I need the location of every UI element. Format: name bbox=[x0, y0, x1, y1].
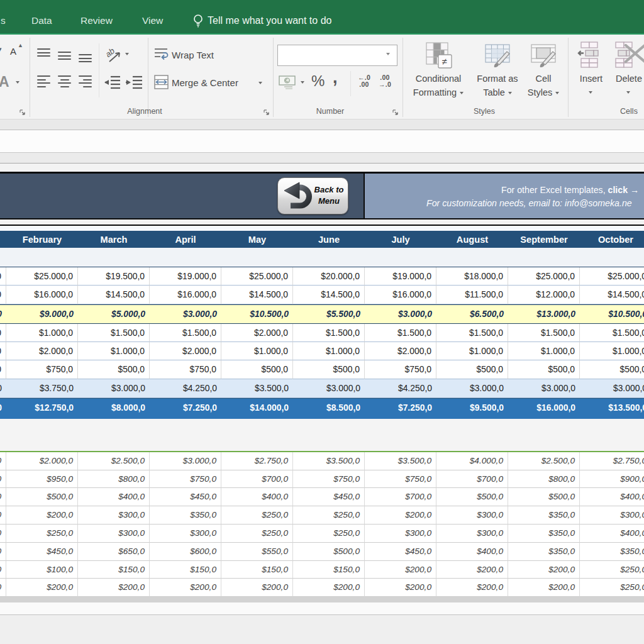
value-cell[interactable]: $350,0 bbox=[580, 543, 644, 561]
delete-button[interactable]: Delete bbox=[610, 74, 644, 84]
value-cell[interactable]: $250,0 bbox=[293, 525, 365, 543]
value-cell[interactable]: $13.500,0 bbox=[580, 399, 644, 417]
value-cell[interactable]: $1.500,0 bbox=[78, 324, 150, 342]
value-cell[interactable]: $200,0 bbox=[365, 506, 436, 525]
conditional-formatting-button-line2[interactable]: Formatting bbox=[407, 87, 470, 97]
alignment-dialog-launcher-icon[interactable] bbox=[264, 109, 270, 116]
format-as-table-button[interactable]: Format as bbox=[469, 74, 526, 84]
value-cell[interactable]: $700,0 bbox=[365, 488, 436, 506]
value-cell[interactable]: 0 bbox=[0, 286, 6, 304]
value-cell[interactable]: 0 bbox=[0, 342, 6, 360]
value-cell[interactable]: $2.000,0 bbox=[365, 342, 436, 360]
value-cell[interactable]: $6.500,0 bbox=[436, 305, 508, 323]
value-cell[interactable]: $2.000,0 bbox=[150, 342, 221, 360]
value-cell[interactable]: $4.000,0 bbox=[436, 452, 508, 470]
value-cell[interactable]: $4.250,0 bbox=[150, 379, 221, 397]
number-format-caret-icon[interactable] bbox=[386, 53, 390, 55]
value-cell[interactable]: $650,0 bbox=[78, 543, 150, 561]
value-cell[interactable]: $500,0 bbox=[221, 360, 293, 379]
value-cell[interactable]: $250,0 bbox=[6, 525, 78, 543]
value-cell[interactable]: $800,0 bbox=[78, 470, 150, 489]
value-cell[interactable]: $800,0 bbox=[508, 470, 580, 489]
value-cell[interactable]: $100,0 bbox=[6, 561, 78, 579]
value-cell[interactable]: $400,0 bbox=[221, 488, 293, 506]
align-top-button[interactable] bbox=[36, 47, 52, 63]
value-cell[interactable]: $350,0 bbox=[150, 506, 221, 525]
grow-font-button[interactable]: A bbox=[10, 46, 16, 57]
value-cell[interactable]: $200,0 bbox=[436, 561, 508, 579]
value-cell[interactable]: $3.000,0 bbox=[436, 379, 508, 397]
value-cell[interactable]: $7.250,0 bbox=[150, 399, 221, 417]
value-cell[interactable]: $3.000,0 bbox=[508, 379, 580, 397]
value-cell[interactable]: $25.000,0 bbox=[580, 267, 644, 286]
value-cell[interactable]: $300,0 bbox=[78, 506, 150, 525]
value-cell[interactable]: $200,0 bbox=[6, 579, 78, 597]
value-cell[interactable]: $450,0 bbox=[150, 488, 221, 506]
value-cell[interactable]: $3.000,0 bbox=[293, 379, 365, 397]
value-cell[interactable]: $500,0 bbox=[508, 360, 580, 379]
delete-cells-icon[interactable] bbox=[615, 42, 644, 68]
value-cell[interactable]: $700,0 bbox=[221, 470, 293, 489]
month-header-cell[interactable] bbox=[0, 231, 6, 248]
value-cell[interactable]: 0 bbox=[0, 525, 6, 543]
decrease-indent-button[interactable] bbox=[103, 74, 121, 91]
value-cell[interactable]: $600,0 bbox=[150, 543, 221, 561]
value-cell[interactable]: $9.000,0 bbox=[6, 305, 78, 323]
formula-bar[interactable] bbox=[0, 130, 644, 152]
accounting-caret-icon[interactable] bbox=[301, 81, 304, 84]
value-cell[interactable]: $1.500,0 bbox=[508, 324, 580, 342]
value-cell[interactable]: $2.750,0 bbox=[221, 452, 293, 470]
back-to-menu-button[interactable]: Back toMenu bbox=[277, 177, 348, 214]
value-cell[interactable]: $25.000,0 bbox=[221, 267, 293, 286]
tab-review[interactable]: Review bbox=[80, 8, 113, 33]
value-cell[interactable]: $14.500,0 bbox=[221, 286, 293, 304]
value-cell[interactable]: $3.000,0 bbox=[580, 379, 644, 397]
value-cell[interactable]: $14.000,0 bbox=[221, 399, 293, 417]
align-bottom-button[interactable] bbox=[78, 47, 93, 63]
tell-me-box[interactable]: Tell me what you want to do bbox=[208, 8, 331, 33]
value-cell[interactable]: $200,0 bbox=[293, 579, 365, 597]
insert-button[interactable]: Insert bbox=[572, 74, 610, 84]
value-cell[interactable]: $13.000,0 bbox=[508, 305, 580, 323]
value-cell[interactable]: 0 bbox=[0, 543, 6, 561]
month-header-cell[interactable]: February bbox=[6, 231, 78, 248]
value-cell[interactable]: 0 bbox=[0, 488, 6, 506]
value-cell[interactable]: 0 bbox=[0, 470, 6, 489]
value-cell[interactable]: $500,0 bbox=[6, 488, 78, 506]
value-cell[interactable]: 0 bbox=[0, 452, 6, 470]
value-cell[interactable]: $450,0 bbox=[6, 543, 78, 561]
value-cell[interactable]: $500,0 bbox=[508, 488, 580, 506]
month-header-cell[interactable]: May bbox=[221, 231, 293, 248]
value-cell[interactable]: $1.000,0 bbox=[293, 342, 365, 360]
value-cell[interactable]: $400,0 bbox=[436, 543, 508, 561]
value-cell[interactable]: $500,0 bbox=[436, 360, 508, 379]
value-cell[interactable]: $400,0 bbox=[78, 488, 150, 506]
value-cell[interactable]: $1.500,0 bbox=[365, 324, 436, 342]
value-cell[interactable]: $750,0 bbox=[365, 360, 436, 379]
value-cell[interactable]: $2.750,0 bbox=[580, 452, 644, 470]
value-cell[interactable]: $750,0 bbox=[150, 360, 221, 379]
value-cell[interactable]: $300,0 bbox=[436, 525, 508, 543]
value-cell[interactable]: $19.000,0 bbox=[150, 267, 221, 286]
font-color-caret-icon[interactable] bbox=[16, 81, 19, 84]
value-cell[interactable]: $16.000,0 bbox=[365, 286, 436, 304]
value-cell[interactable]: $750,0 bbox=[293, 470, 365, 489]
value-cell[interactable]: $10.500,0 bbox=[221, 305, 293, 323]
value-cell[interactable]: $3.000,0 bbox=[150, 305, 221, 323]
value-cell[interactable]: $2.500,0 bbox=[508, 452, 580, 470]
value-cell[interactable]: $12.750,0 bbox=[6, 399, 78, 417]
value-cell[interactable]: $300,0 bbox=[78, 525, 150, 543]
align-right-button[interactable] bbox=[78, 74, 93, 91]
value-cell[interactable]: $700,0 bbox=[436, 470, 508, 489]
value-cell[interactable]: $300,0 bbox=[580, 506, 644, 525]
value-cell[interactable]: $1.000,0 bbox=[78, 342, 150, 360]
value-cell[interactable]: $200,0 bbox=[221, 579, 293, 597]
value-cell[interactable]: $3.500,0 bbox=[365, 452, 436, 470]
value-cell[interactable]: $500,0 bbox=[436, 488, 508, 506]
tab-view[interactable]: View bbox=[142, 8, 163, 33]
value-cell[interactable]: $5.500,0 bbox=[293, 305, 365, 323]
value-cell[interactable]: $2.000,0 bbox=[221, 324, 293, 342]
value-cell[interactable]: $400,0 bbox=[580, 525, 644, 543]
value-cell[interactable]: $450,0 bbox=[365, 543, 436, 561]
value-cell[interactable]: $10.500,0 bbox=[580, 305, 644, 323]
